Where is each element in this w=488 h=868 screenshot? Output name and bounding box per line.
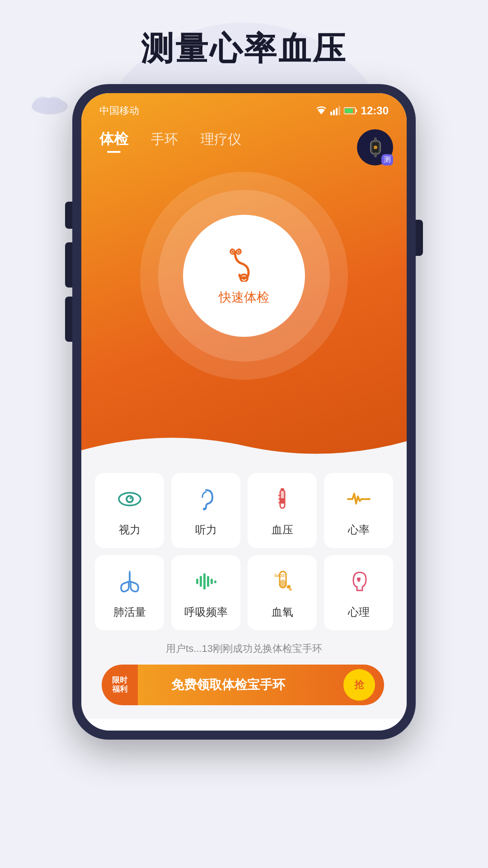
device-badge[interactable]: 测 bbox=[357, 129, 393, 165]
status-icons: 12:30 bbox=[316, 104, 389, 117]
svg-rect-5 bbox=[333, 110, 335, 115]
grid-item-blood-pressure[interactable]: 血压 bbox=[248, 473, 317, 548]
device-badge-label: 测 bbox=[381, 154, 393, 165]
heart-rate-icon bbox=[346, 486, 371, 515]
svg-rect-7 bbox=[338, 106, 340, 115]
svg-rect-4 bbox=[330, 112, 332, 115]
carrier-label: 中国移动 bbox=[99, 104, 139, 118]
blood-oxygen-icon: SaO2 bbox=[270, 569, 295, 598]
svg-point-43 bbox=[287, 585, 291, 589]
cloud-decoration bbox=[27, 90, 72, 115]
svg-point-17 bbox=[242, 276, 246, 280]
breathing-icon bbox=[193, 569, 219, 598]
page-title: 测量心率血压 bbox=[141, 27, 347, 71]
grid-item-hearing[interactable]: 听力 bbox=[171, 473, 240, 548]
grid-item-heart-rate[interactable]: 心率 bbox=[324, 473, 393, 548]
main-circle-container[interactable]: 快速体检 bbox=[81, 172, 407, 380]
blood-pressure-label: 血压 bbox=[272, 523, 293, 537]
wave-separator bbox=[81, 428, 407, 464]
grid-row-1: 视力 听力 bbox=[95, 473, 393, 548]
mental-icon bbox=[346, 569, 371, 598]
tab-liaoyi[interactable]: 理疗仪 bbox=[201, 130, 241, 149]
promo-badge: 限时 福利 bbox=[102, 665, 138, 705]
vision-icon bbox=[117, 486, 142, 515]
blood-pressure-icon bbox=[270, 486, 295, 515]
promo-grab-button[interactable]: 抢 bbox=[343, 669, 375, 701]
promo-badge-line1: 限时 bbox=[112, 676, 127, 685]
svg-rect-30 bbox=[281, 498, 284, 504]
svg-rect-42 bbox=[280, 580, 286, 588]
phone-frame: 中国移动 bbox=[72, 84, 416, 740]
silent-button bbox=[65, 297, 72, 342]
heart-rate-label: 心率 bbox=[348, 523, 370, 537]
volume-up-button bbox=[65, 202, 72, 229]
grid-item-lung[interactable]: 肺活量 bbox=[95, 555, 164, 630]
grid-item-breathing[interactable]: 呼吸频率 bbox=[171, 555, 240, 630]
svg-rect-13 bbox=[374, 137, 377, 142]
svg-rect-35 bbox=[196, 579, 198, 584]
vision-label: 视力 bbox=[119, 523, 141, 537]
svg-point-21 bbox=[238, 251, 240, 253]
promo-main-text: 免费领取体检宝手环 bbox=[113, 676, 343, 693]
circle-ring-middle: 快速体检 bbox=[158, 190, 330, 362]
grid-item-vision[interactable]: 视力 bbox=[95, 473, 164, 548]
promo-banner[interactable]: 限时 福利 免费领取体检宝手环 抢 bbox=[104, 665, 384, 705]
hearing-icon bbox=[193, 486, 219, 515]
status-bar: 中国移动 bbox=[81, 93, 407, 120]
svg-text:SaO2: SaO2 bbox=[274, 573, 285, 578]
lung-icon bbox=[117, 569, 142, 598]
stethoscope-icon bbox=[226, 245, 262, 283]
grid-item-mental[interactable]: 心理 bbox=[324, 555, 393, 630]
quick-checkup-label: 快速体检 bbox=[219, 289, 269, 306]
blood-oxygen-label: 血氧 bbox=[272, 605, 293, 619]
svg-rect-14 bbox=[374, 153, 377, 157]
svg-point-25 bbox=[130, 497, 131, 499]
hearing-label: 听力 bbox=[195, 523, 217, 537]
ticker-text: 用户ts...13刚刚成功兑换体检宝手环 bbox=[166, 643, 322, 654]
promo-badge-line2: 福利 bbox=[112, 685, 127, 694]
svg-rect-6 bbox=[336, 108, 338, 115]
battery-icon bbox=[344, 107, 357, 115]
tab-tijian[interactable]: 体检 bbox=[99, 129, 128, 149]
grid-row-2: 肺活量 呼吸频 bbox=[95, 555, 393, 630]
svg-point-19 bbox=[232, 251, 234, 253]
svg-point-2 bbox=[46, 97, 62, 109]
tab-shuhuan[interactable]: 手环 bbox=[151, 130, 178, 149]
grid-item-blood-oxygen[interactable]: SaO2 血氧 bbox=[248, 555, 317, 630]
svg-point-26 bbox=[203, 508, 206, 510]
wifi-icon bbox=[316, 106, 327, 115]
circle-ring-outer: 快速体检 bbox=[140, 172, 348, 380]
svg-rect-39 bbox=[211, 579, 213, 584]
svg-rect-36 bbox=[200, 576, 202, 587]
mental-label: 心理 bbox=[348, 605, 370, 619]
volume-down-button bbox=[65, 242, 72, 288]
orange-header: 中国移动 bbox=[81, 93, 407, 464]
svg-rect-9 bbox=[356, 109, 357, 112]
svg-rect-38 bbox=[207, 576, 209, 587]
signal-icon bbox=[330, 106, 340, 115]
lung-label: 肺活量 bbox=[113, 605, 146, 619]
breathing-label: 呼吸频率 bbox=[184, 605, 228, 619]
svg-point-44 bbox=[289, 588, 292, 591]
svg-point-15 bbox=[374, 146, 377, 149]
grid-section: 视力 听力 bbox=[81, 464, 407, 719]
svg-point-24 bbox=[127, 497, 132, 501]
status-time: 12:30 bbox=[361, 104, 389, 117]
svg-rect-10 bbox=[345, 108, 353, 113]
phone-mockup: 中国移动 bbox=[72, 84, 416, 740]
power-button bbox=[416, 220, 423, 256]
phone-screen: 中国移动 bbox=[81, 93, 407, 731]
ticker-area: 用户ts...13刚刚成功兑换体检宝手环 bbox=[95, 637, 393, 660]
svg-rect-37 bbox=[203, 573, 206, 590]
svg-rect-40 bbox=[214, 580, 216, 583]
quick-checkup-button[interactable]: 快速体检 bbox=[183, 215, 305, 337]
